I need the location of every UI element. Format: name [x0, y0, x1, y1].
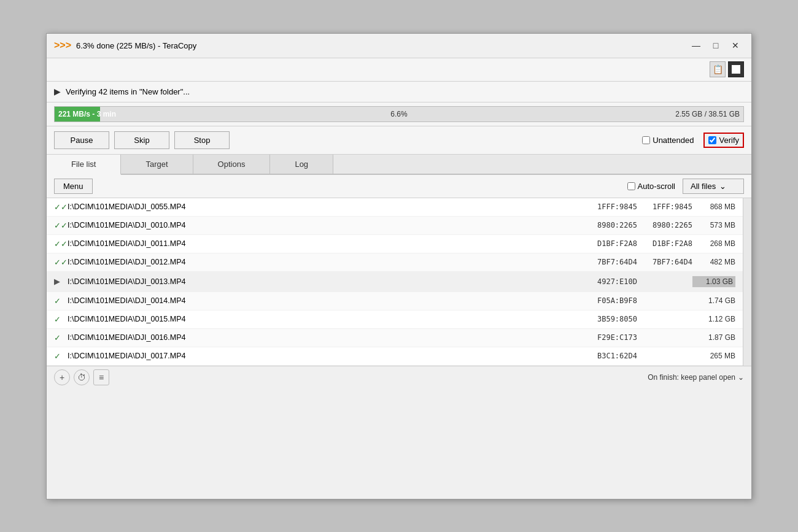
filter-dropdown[interactable]: All files ⌄ [683, 179, 744, 194]
finish-status[interactable]: On finish: keep panel open ⌄ [648, 373, 744, 382]
file-status-icon: ✓ [54, 296, 68, 306]
file-hash2: D1BF:F2A8 [637, 239, 692, 248]
title-bar: >>> 6.3% done (225 MB/s) - TeraCopy — □ … [47, 34, 751, 58]
file-list-wrapper: ✓✓ I:\DCIM\101MEDIA\DJI_0055.MP4 1FFF:98… [47, 198, 751, 366]
file-hash1: B3C1:62D4 [582, 352, 637, 360]
toolbar-clipboard-button[interactable]: 📋 [710, 61, 726, 77]
unattended-checkbox[interactable] [642, 136, 650, 144]
file-size-active: 1.03 GB [692, 276, 735, 287]
main-window: >>> 6.3% done (225 MB/s) - TeraCopy — □ … [46, 33, 752, 499]
maximize-button[interactable]: □ [707, 38, 724, 53]
file-hash2: 8980:2265 [637, 221, 692, 229]
file-path: I:\DCIM\101MEDIA\DJI_0012.MP4 [68, 258, 582, 266]
file-path: I:\DCIM\101MEDIA\DJI_0016.MP4 [68, 333, 582, 342]
file-list: ✓✓ I:\DCIM\101MEDIA\DJI_0055.MP4 1FFF:98… [47, 198, 743, 366]
tab-options[interactable]: Options [193, 155, 271, 174]
file-hash2: 1FFF:9845 [637, 202, 692, 211]
file-status-icon: ✓ [54, 333, 68, 342]
file-list-header: Menu Auto-scroll All files ⌄ [47, 175, 751, 198]
menu-list-button[interactable]: ≡ [93, 369, 109, 385]
toolbar-black-button[interactable] [728, 61, 744, 77]
file-hash2: 7BF7:64D4 [637, 258, 692, 266]
progress-bar: 221 MB/s - 3 min 6.6% 2.55 GB / 38.51 GB [54, 106, 744, 122]
tab-log[interactable]: Log [270, 155, 333, 174]
file-path: I:\DCIM\101MEDIA\DJI_0013.MP4 [68, 277, 582, 286]
toolbar-right-icons: 📋 [710, 61, 744, 77]
file-hash1: F05A:B9F8 [582, 296, 637, 305]
file-path: I:\DCIM\101MEDIA\DJI_0055.MP4 [68, 202, 582, 211]
file-path: I:\DCIM\101MEDIA\DJI_0011.MP4 [68, 239, 582, 248]
file-status-icon: ▶ [54, 277, 68, 286]
autoscroll-group: Auto-scroll All files ⌄ [627, 179, 744, 194]
toolbar-row: 📋 [47, 58, 751, 82]
file-status-icon: ✓✓ [54, 258, 68, 267]
autoscroll-label[interactable]: Auto-scroll [627, 182, 675, 191]
file-row: ✓✓ I:\DCIM\101MEDIA\DJI_0010.MP4 8980:22… [47, 217, 743, 235]
file-row: ✓✓ I:\DCIM\101MEDIA\DJI_0055.MP4 1FFF:98… [47, 198, 743, 217]
file-row-active: ▶ I:\DCIM\101MEDIA\DJI_0013.MP4 4927:E10… [47, 272, 743, 292]
file-status-icon: ✓ [54, 315, 68, 324]
verify-wrapper: Verify [703, 133, 744, 148]
verify-text: Verify [719, 136, 739, 145]
close-button[interactable]: ✕ [727, 38, 744, 53]
file-path: I:\DCIM\101MEDIA\DJI_0010.MP4 [68, 221, 582, 229]
add-task-button[interactable]: + [54, 369, 70, 385]
progress-speed: 221 MB/s - 3 min [58, 110, 116, 118]
file-status-icon: ✓✓ [54, 239, 68, 249]
file-size: 268 MB [692, 239, 735, 248]
file-size: 1.74 GB [692, 296, 735, 305]
pause-button[interactable]: Pause [54, 131, 109, 149]
file-status-icon: ✓✓ [54, 202, 68, 212]
app-icon: >>> [54, 40, 71, 51]
minimize-button[interactable]: — [688, 38, 705, 53]
file-status-icon: ✓✓ [54, 221, 68, 230]
autoscroll-text: Auto-scroll [638, 182, 675, 191]
unattended-label[interactable]: Unattended [642, 136, 694, 145]
filter-text: All files [691, 182, 716, 191]
file-row: ✓ I:\DCIM\101MEDIA\DJI_0015.MP4 3B59:805… [47, 310, 743, 329]
file-hash1: 4927:E10D [582, 277, 637, 286]
buttons-row: Pause Skip Stop Unattended Verify [47, 126, 751, 155]
file-size: 265 MB [692, 352, 735, 360]
file-status-icon: ✓ [54, 352, 68, 361]
tabs-row: File list Target Options Log [47, 155, 751, 175]
finish-text: On finish: keep panel open [648, 373, 735, 382]
file-size: 1.87 GB [692, 333, 735, 342]
file-hash1: 8980:2265 [582, 221, 637, 229]
tab-file-list[interactable]: File list [47, 155, 121, 175]
file-hash1: 3B59:8050 [582, 315, 637, 323]
file-row: ✓✓ I:\DCIM\101MEDIA\DJI_0011.MP4 D1BF:F2… [47, 235, 743, 253]
stop-button[interactable]: Stop [174, 131, 230, 149]
status-play-icon: ▶ [54, 87, 61, 96]
progress-row: 221 MB/s - 3 min 6.6% 2.55 GB / 38.51 GB [47, 102, 751, 126]
file-size: 482 MB [692, 258, 735, 266]
file-size: 1.12 GB [692, 315, 735, 323]
checkbox-group: Unattended Verify [642, 133, 744, 148]
file-row: ✓ I:\DCIM\101MEDIA\DJI_0014.MP4 F05A:B9F… [47, 292, 743, 310]
tab-target[interactable]: Target [121, 155, 193, 174]
file-hash1: 7BF7:64D4 [582, 258, 637, 266]
skip-button[interactable]: Skip [114, 131, 169, 149]
finish-chevron-icon: ⌄ [738, 373, 744, 382]
bottom-bar: + ⏱ ≡ On finish: keep panel open ⌄ [47, 366, 751, 389]
verify-label[interactable]: Verify [708, 136, 739, 145]
file-row: ✓✓ I:\DCIM\101MEDIA\DJI_0012.MP4 7BF7:64… [47, 253, 743, 272]
file-size: 573 MB [692, 221, 735, 229]
window-controls: — □ ✕ [688, 38, 744, 53]
menu-button[interactable]: Menu [54, 179, 93, 194]
unattended-text: Unattended [653, 136, 694, 145]
autoscroll-checkbox[interactable] [627, 182, 635, 190]
filter-chevron-icon: ⌄ [719, 182, 726, 191]
window-title: 6.3% done (225 MB/s) - TeraCopy [76, 41, 688, 50]
file-hash1: D1BF:F2A8 [582, 239, 637, 248]
progress-size: 2.55 GB / 38.51 GB [675, 110, 740, 118]
file-size: 868 MB [692, 202, 735, 211]
file-row: ✓ I:\DCIM\101MEDIA\DJI_0017.MP4 B3C1:62D… [47, 347, 743, 366]
status-row: ▶ Verifying 42 items in "New folder"... [47, 82, 751, 102]
verify-checkbox[interactable] [708, 136, 716, 144]
scrollbar[interactable] [743, 198, 751, 366]
file-path: I:\DCIM\101MEDIA\DJI_0017.MP4 [68, 352, 582, 360]
file-hash1: 1FFF:9845 [582, 202, 637, 211]
bottom-icons: + ⏱ ≡ [54, 369, 109, 385]
history-button[interactable]: ⏱ [74, 369, 90, 385]
